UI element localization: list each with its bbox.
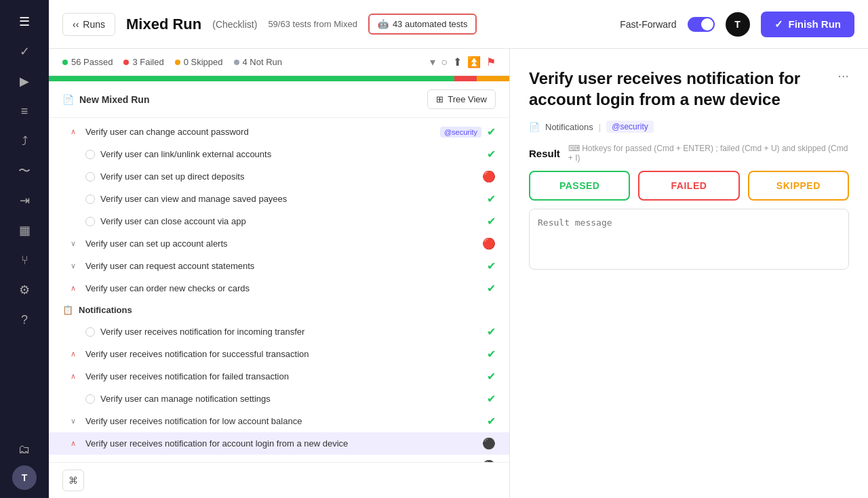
user-avatar-header[interactable]: T — [726, 12, 750, 37]
sidebar-list-icon[interactable]: ≡ — [11, 98, 38, 125]
circle-icon — [85, 394, 95, 404]
back-arrow-icon: ‹‹ — [73, 19, 79, 30]
finish-label: Finish Run — [789, 18, 842, 30]
sidebar-wave-icon[interactable]: 〜 — [11, 157, 38, 184]
skipped-count: 0 Skipped — [184, 57, 223, 67]
flag-icon[interactable]: ⚑ — [486, 56, 496, 68]
chevron-icon: ∧ — [71, 127, 80, 136]
fast-forward-toggle[interactable] — [688, 17, 715, 32]
doc-icon: 📄 — [529, 122, 540, 132]
result-label: Result ⌨ Hotkeys for passed (Cmd + ENTER… — [529, 144, 849, 163]
left-panel: 56 Passed 3 Failed 0 Skipped 4 Not Run ▾ — [49, 49, 510, 498]
failed-button[interactable]: FAILED — [638, 171, 739, 201]
progress-bar — [49, 76, 509, 81]
sidebar-menu-icon[interactable]: ☰ — [11, 8, 38, 35]
detail-header: Verify user receives notification for ac… — [529, 68, 849, 110]
progress-fill — [49, 76, 509, 81]
test-item[interactable]: Verify user can link/unlink external acc… — [49, 143, 509, 165]
sidebar-grid-icon[interactable]: ▦ — [11, 217, 38, 244]
result-message-textarea[interactable] — [529, 209, 849, 270]
test-name: Verify user can set up account alerts — [85, 238, 477, 249]
section-doc-icon: 📋 — [62, 305, 73, 315]
page-title: Mixed Run — [126, 16, 201, 33]
test-item[interactable]: Verify user can view and manage saved pa… — [49, 188, 509, 210]
more-options-icon[interactable]: ··· — [837, 68, 849, 83]
test-name: Verify user can close account via app — [100, 216, 481, 226]
test-item[interactable]: ∨ Verify user can request account statem… — [49, 255, 509, 277]
failed-stat: 3 Failed — [123, 57, 163, 67]
status-icon: ✔ — [487, 370, 496, 383]
test-name: Verify user can change account password — [85, 127, 435, 137]
passed-dot — [62, 60, 68, 65]
test-name: Verify user receives notification for lo… — [85, 416, 481, 426]
failed-dot — [123, 60, 129, 65]
status-icon: ⚫ — [482, 437, 496, 450]
sidebar-export-icon[interactable]: ⇥ — [11, 187, 38, 214]
sidebar-branch-icon[interactable]: ⑂ — [11, 247, 38, 274]
section-label: Notifications — [79, 305, 132, 315]
finish-run-button[interactable]: ✓ Finish Run — [761, 12, 855, 37]
test-item[interactable]: Verify user can manage notification sett… — [49, 388, 509, 410]
tree-view-label: Tree View — [448, 94, 487, 104]
result-text: Result — [529, 148, 560, 159]
right-panel: Verify user receives notification for ac… — [510, 49, 868, 498]
passed-stat: 56 Passed — [62, 57, 113, 67]
not-run-dot — [234, 60, 239, 65]
sidebar-help-icon[interactable]: ? — [11, 306, 38, 333]
double-up-icon[interactable]: ⏫ — [467, 56, 481, 68]
sidebar-check-icon[interactable]: ✓ — [11, 38, 38, 65]
sidebar-trend-icon[interactable]: ⤴ — [11, 127, 38, 154]
status-icon: ✔ — [487, 282, 496, 295]
test-name: Verify user receives notification for ac… — [85, 438, 477, 449]
test-name: Verify user receives notification for fa… — [85, 371, 481, 381]
status-icon: ✔ — [487, 392, 496, 405]
detail-meta: 📄 Notifications | @security — [529, 121, 849, 133]
page-subtitle: (Checklist) — [212, 19, 257, 30]
status-icon: ✔ — [487, 125, 496, 138]
content-area: 56 Passed 3 Failed 0 Skipped 4 Not Run ▾ — [49, 49, 868, 498]
runs-button[interactable]: ‹‹ Runs — [62, 13, 115, 36]
dropdown-icon[interactable]: ▾ — [430, 56, 435, 68]
test-name: Verify user can manage notification sett… — [100, 394, 481, 404]
up-arrow-icon[interactable]: ⬆ — [453, 56, 462, 68]
status-icon: ✔ — [487, 415, 496, 428]
filter-icons: ▾ ○ ⬆ ⏫ ⚑ — [430, 56, 496, 68]
test-list: ∧ Verify user can change account passwor… — [49, 118, 509, 462]
tree-view-button[interactable]: ⊞ Tree View — [427, 89, 496, 109]
test-item[interactable]: ∨ Verify user can set up account alerts … — [49, 232, 509, 255]
passed-button[interactable]: PASSED — [529, 171, 630, 201]
test-name: Verify user receives notification for su… — [85, 349, 481, 359]
test-name: Verify user can request account statemen… — [85, 261, 481, 271]
sidebar-settings-icon[interactable]: ⚙ — [11, 276, 38, 304]
test-item[interactable]: Verify user can set up direct deposits 🔴 — [49, 165, 509, 188]
test-item[interactable]: ∧ Verify user can change account passwor… — [49, 121, 509, 143]
test-item[interactable]: Verify user can close account via app ✔ — [49, 210, 509, 232]
test-item[interactable]: ∨ Verify user receives notification for … — [49, 455, 509, 462]
chevron-icon: ∧ — [71, 284, 80, 293]
section-notifications-header: 📋 Notifications — [49, 299, 509, 320]
status-icon: ⚫ — [482, 459, 496, 462]
sidebar-folder-icon[interactable]: 🗂 — [11, 436, 38, 463]
test-item[interactable]: ∧ Verify user receives notification for … — [49, 365, 509, 388]
circle-icon[interactable]: ○ — [441, 56, 448, 68]
failed-count: 3 Failed — [132, 57, 163, 67]
test-item[interactable]: Verify user receives notification for in… — [49, 320, 509, 343]
meta-category: Notifications — [545, 122, 593, 132]
hotkey-hint: ⌨ Hotkeys for passed (Cmd + ENTER) ; fai… — [568, 144, 849, 163]
test-item-active[interactable]: ∧ Verify user receives notification for … — [49, 432, 509, 455]
skipped-button[interactable]: SKIPPED — [748, 171, 849, 201]
sidebar-user-avatar[interactable]: T — [12, 465, 37, 490]
test-item[interactable]: ∧ Verify user receives notification for … — [49, 343, 509, 365]
shortcut-button[interactable]: ⌘ — [62, 470, 84, 491]
shortcut-bar: ⌘ — [49, 462, 509, 498]
check-icon: ✓ — [774, 18, 783, 30]
tree-icon: ⊞ — [436, 94, 443, 104]
circle-icon — [85, 150, 95, 159]
test-item[interactable]: ∧ Verify user can order new checks or ca… — [49, 277, 509, 299]
test-item[interactable]: ∨ Verify user receives notification for … — [49, 410, 509, 432]
sidebar-play-icon[interactable]: ▶ — [11, 68, 38, 95]
status-icon: ✔ — [487, 215, 496, 228]
automated-tests-badge[interactable]: 🤖 43 automated tests — [368, 14, 477, 35]
result-section: Result ⌨ Hotkeys for passed (Cmd + ENTER… — [529, 144, 849, 270]
keyboard-icon: ⌨ — [568, 144, 580, 153]
